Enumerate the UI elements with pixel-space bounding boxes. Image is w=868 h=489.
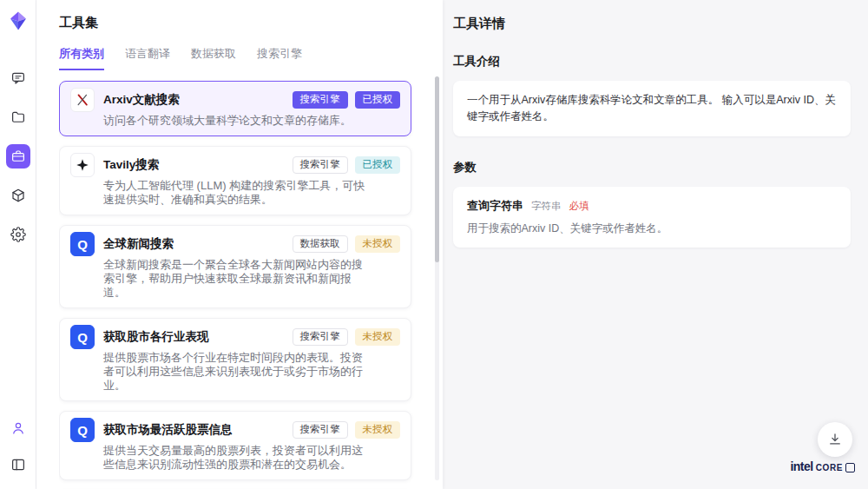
auth-badge: 已授权 xyxy=(355,156,401,174)
folder-icon[interactable] xyxy=(6,105,30,129)
cube-icon[interactable] xyxy=(6,183,30,208)
tool-card-arxiv[interactable]: Arxiv文献搜索 搜索引擎 已授权 访问各个研究领域大量科学论文和文章的存储库… xyxy=(59,81,411,136)
auth-badge: 已授权 xyxy=(355,91,401,109)
tool-name: 全球新闻搜索 xyxy=(103,236,286,252)
tool-card-most-active-stocks[interactable]: Q 获取市场最活跃股票信息 搜索引擎 未授权 提供当天交易量最高的股票列表，投资… xyxy=(59,411,411,480)
gear-icon[interactable] xyxy=(6,222,30,247)
tool-name: 获取股市各行业表现 xyxy=(103,329,286,345)
tavily-star-icon xyxy=(70,153,95,177)
tool-name: Arxiv文献搜索 xyxy=(103,92,286,108)
briefcase-icon[interactable] xyxy=(6,144,30,169)
tool-description: 提供股票市场各个行业在特定时间段内的表现。投资者可以利用这些信息来识别表现优于或… xyxy=(103,351,365,393)
tool-description: 全球新闻搜索是一个聚合全球各大新闻网站内容的搜索引擎，帮助用户快速获取全球最新资… xyxy=(103,258,365,300)
tool-intro-card: 一个用于从Arxiv存储库搜索科学论文和文章的工具。 输入可以是Arxiv ID… xyxy=(453,81,851,136)
q-logo-icon: Q xyxy=(70,325,95,349)
auth-badge: 未授权 xyxy=(355,421,401,439)
scrollbar-thumb[interactable] xyxy=(435,76,439,262)
tool-card-global-news[interactable]: Q 全球新闻搜索 数据获取 未授权 全球新闻搜索是一个聚合全球各大新闻网站内容的… xyxy=(59,225,411,308)
page-title: 工具集 xyxy=(59,15,443,31)
param-type: 字符串 xyxy=(531,200,562,213)
tool-name: 获取市场最活跃股票信息 xyxy=(103,422,286,438)
category-tabs: 所有类别 语言翻译 数据获取 搜索引擎 xyxy=(59,46,443,70)
category-badge: 搜索引擎 xyxy=(293,421,348,439)
intro-heading: 工具介绍 xyxy=(453,54,851,69)
category-badge: 搜索引擎 xyxy=(293,91,348,109)
param-required-badge: 必填 xyxy=(569,200,589,213)
tool-card-tavily[interactable]: Tavily搜索 搜索引擎 已授权 专为人工智能代理 (LLM) 构建的搜索引擎… xyxy=(59,146,411,215)
intel-core-badge-box xyxy=(845,463,855,472)
tool-card-sector-performance[interactable]: Q 获取股市各行业表现 搜索引擎 未授权 提供股票市场各个行业在特定时间段内的表… xyxy=(59,318,411,401)
tool-name: Tavily搜索 xyxy=(103,157,286,173)
core-brand-text: CORE xyxy=(816,463,843,473)
tool-card-list: Arxiv文献搜索 搜索引擎 已授权 访问各个研究领域大量科学论文和文章的存储库… xyxy=(59,72,443,489)
tab-language-translate[interactable]: 语言翻译 xyxy=(125,46,170,70)
tab-search-engine[interactable]: 搜索引擎 xyxy=(257,46,302,70)
category-badge: 搜索引擎 xyxy=(293,328,348,346)
param-description: 用于搜索的Arxiv ID、关键字或作者姓名。 xyxy=(467,221,837,236)
tool-description: 专为人工智能代理 (LLM) 构建的搜索引擎工具，可快速提供实时、准确和真实的结… xyxy=(103,179,365,207)
auth-badge: 未授权 xyxy=(355,235,401,253)
param-name: 查询字符串 xyxy=(467,198,523,214)
app-logo-icon[interactable] xyxy=(8,10,29,31)
icon-rail xyxy=(0,0,36,489)
param-card: 查询字符串 字符串 必填 用于搜索的Arxiv ID、关键字或作者姓名。 xyxy=(453,187,851,248)
tool-list-panel: 工具集 所有类别 语言翻译 数据获取 搜索引擎 Arxiv文献搜索 搜索引擎 已… xyxy=(36,0,443,489)
tab-all-categories[interactable]: 所有类别 xyxy=(59,46,104,70)
tool-description: 提供当天交易量最高的股票列表，投资者可以利用这些信息来识别流动性强的股票和潜在的… xyxy=(103,444,365,472)
category-badge: 数据获取 xyxy=(293,235,348,253)
tab-data-fetch[interactable]: 数据获取 xyxy=(191,46,236,70)
intel-core-logo: intel CORE xyxy=(790,459,855,473)
params-heading: 参数 xyxy=(453,160,851,175)
auth-badge: 未授权 xyxy=(355,328,401,346)
q-logo-icon: Q xyxy=(70,232,95,256)
app-window: 工具集 所有类别 语言翻译 数据获取 搜索引擎 Arxiv文献搜索 搜索引擎 已… xyxy=(0,0,868,489)
detail-title: 工具详情 xyxy=(453,16,851,32)
download-icon xyxy=(827,432,843,447)
tool-detail-panel: 工具详情 工具介绍 一个用于从Arxiv存储库搜索科学论文和文章的工具。 输入可… xyxy=(443,0,868,489)
download-button[interactable] xyxy=(818,422,852,457)
list-scrollbar[interactable] xyxy=(435,76,439,480)
panel-toggle-icon[interactable] xyxy=(6,453,30,477)
user-icon[interactable] xyxy=(6,416,30,440)
tool-description: 访问各个研究领域大量科学论文和文章的存储库。 xyxy=(103,114,365,128)
arxiv-icon xyxy=(70,88,95,112)
chat-icon[interactable] xyxy=(6,66,30,90)
intel-brand-text: intel xyxy=(790,459,812,473)
tool-intro-text: 一个用于从Arxiv存储库搜索科学论文和文章的工具。 输入可以是Arxiv ID… xyxy=(467,94,836,122)
q-logo-icon: Q xyxy=(70,418,95,442)
category-badge: 搜索引擎 xyxy=(293,156,348,174)
